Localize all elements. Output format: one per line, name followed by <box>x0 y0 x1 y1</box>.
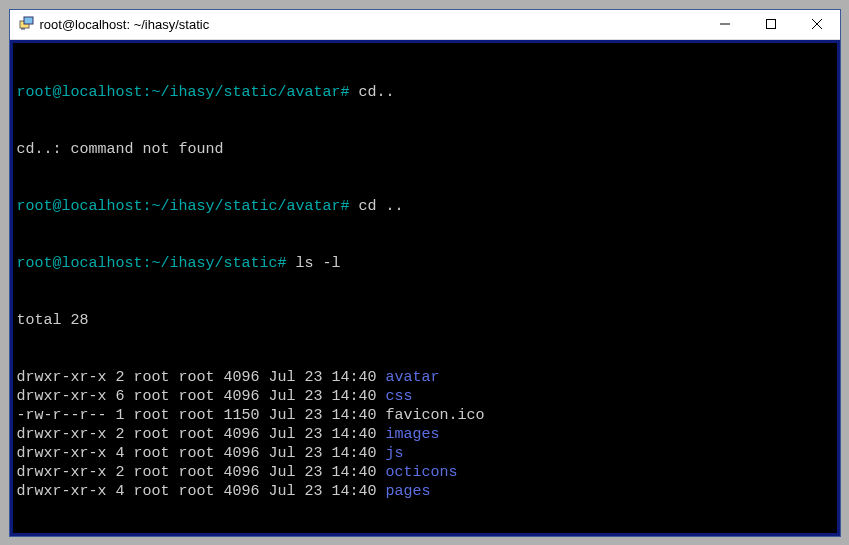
listing-row: drwxr-xr-x 2 root root 4096 Jul 23 14:40… <box>17 463 837 482</box>
file-name: css <box>386 388 413 405</box>
listing-row: drwxr-xr-x 4 root root 4096 Jul 23 14:40… <box>17 444 837 463</box>
svg-rect-4 <box>766 20 775 29</box>
close-button[interactable] <box>794 9 840 39</box>
file-name: pages <box>386 483 431 500</box>
terminal-body[interactable]: root@localhost:~/ihasy/static/avatar# cd… <box>10 40 840 536</box>
file-name: images <box>386 426 440 443</box>
prompt-line: root@localhost:~/ihasy/static# ls -l <box>17 254 837 273</box>
window-title: root@localhost: ~/ihasy/static <box>40 17 702 32</box>
file-name: favicon.ico <box>386 407 485 424</box>
svg-rect-1 <box>24 17 33 24</box>
output-line: total 28 <box>17 311 837 330</box>
listing-row: drwxr-xr-x 2 root root 4096 Jul 23 14:40… <box>17 368 837 387</box>
prompt-line: root@localhost:~/ihasy/static/avatar# cd… <box>17 83 837 102</box>
titlebar: root@localhost: ~/ihasy/static <box>10 10 840 40</box>
minimize-button[interactable] <box>702 9 748 39</box>
listing-row: -rw-r--r-- 1 root root 1150 Jul 23 14:40… <box>17 406 837 425</box>
listing-row: drwxr-xr-x 6 root root 4096 Jul 23 14:40… <box>17 387 837 406</box>
file-name: avatar <box>386 369 440 386</box>
file-name: octicons <box>386 464 458 481</box>
listing-row: drwxr-xr-x 2 root root 4096 Jul 23 14:40… <box>17 425 837 444</box>
prompt-line: root@localhost:~/ihasy/static/avatar# cd… <box>17 197 837 216</box>
terminal-window: root@localhost: ~/ihasy/static root@loca… <box>9 9 841 537</box>
putty-icon <box>18 16 34 32</box>
listing-row: drwxr-xr-x 4 root root 4096 Jul 23 14:40… <box>17 482 837 501</box>
maximize-button[interactable] <box>748 9 794 39</box>
file-name: js <box>386 445 404 462</box>
output-line: cd..: command not found <box>17 140 837 159</box>
